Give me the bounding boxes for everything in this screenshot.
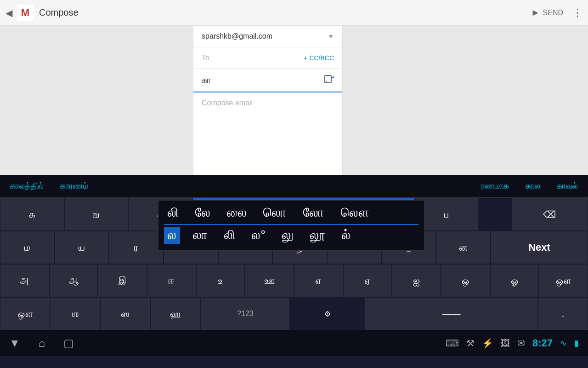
key-u[interactable]: உ: [196, 264, 245, 297]
popup-char-loo[interactable]: லோ: [300, 204, 328, 221]
battery-icon: ▮: [574, 338, 579, 348]
key-ha[interactable]: ஹ: [150, 297, 200, 330]
popup-char-li2[interactable]: லி: [220, 227, 239, 244]
key-uu[interactable]: ஊ: [245, 264, 294, 297]
key-ya[interactable]: ய: [55, 231, 109, 264]
popup-char-le[interactable]: லே: [192, 204, 214, 221]
from-email: sparshkb@gmail.com: [202, 32, 272, 40]
key-ai[interactable]: ஐ: [392, 264, 441, 297]
nav-home-icon[interactable]: ⌂: [39, 337, 45, 350]
key-a[interactable]: அ: [0, 264, 49, 297]
autocomplete-bar: காலத்தில் காரணம் ரணமாக கால காவல்: [0, 175, 588, 198]
popup-char-lu[interactable]: லு: [278, 227, 297, 244]
key-space-top: [479, 198, 511, 231]
popup-row-1: லி லே லை லொ லோ லௌ: [164, 204, 418, 221]
ac-word-1[interactable]: காலத்தில்: [2, 181, 52, 191]
status-right: ⌨ ⚒ ⚡ 🖼 ✉ 8:27 ∿ ▮: [446, 337, 579, 349]
suggestion-popup: லி லே லை லொ லோ லௌ ல லா லி ல° லு லூ ல்: [158, 200, 424, 251]
from-row: sparshkb@gmail.com ▼: [193, 26, 342, 47]
key-sa[interactable]: ஸ: [100, 297, 150, 330]
ac-word-5[interactable]: காவல்: [548, 181, 586, 191]
key-nga[interactable]: ங: [64, 198, 129, 231]
to-label: To: [202, 54, 304, 62]
send-arrow-icon: ►: [531, 7, 540, 18]
key-au[interactable]: ஔ: [539, 264, 588, 297]
popup-char-li[interactable]: லி: [164, 204, 182, 221]
next-key[interactable]: Next: [491, 231, 588, 264]
popup-char-laa[interactable]: லா: [189, 227, 211, 244]
send-button[interactable]: ► SEND: [528, 7, 563, 18]
key-ee[interactable]: ஏ: [343, 264, 392, 297]
num-key[interactable]: ?123: [201, 297, 290, 330]
keyboard-icon: ⌨: [446, 338, 459, 349]
popup-divider: [164, 224, 418, 225]
ac-word-2[interactable]: காரணம்: [52, 181, 96, 191]
more-options-icon[interactable]: ⋮: [572, 7, 582, 19]
keyboard-row-3: அ ஆ இ ஈ உ ஊ எ ஏ ஐ ஒ ஓ ஔ: [0, 264, 588, 297]
popup-char-lo[interactable]: லொ: [260, 204, 290, 221]
popup-row-2: ல லா லி ல° லு லூ ல்: [164, 227, 418, 244]
key-oo[interactable]: ஓ: [490, 264, 539, 297]
key-i[interactable]: இ: [98, 264, 147, 297]
key-au2[interactable]: ஔ: [0, 297, 50, 330]
topbar: ◀ M Compose ► SEND ⋮: [0, 0, 588, 26]
popup-char-la-selected[interactable]: ல: [164, 227, 180, 244]
subject-input[interactable]: [202, 75, 323, 85]
body-placeholder: Compose email: [202, 99, 253, 107]
compose-area-wrapper: sparshkb@gmail.com ▼ To + CC/BCC +: [0, 26, 588, 201]
gmail-logo: M: [17, 5, 34, 21]
page-title: Compose: [39, 7, 528, 18]
gmail-m-letter: M: [21, 7, 29, 19]
android-icon: ⚒: [466, 338, 475, 349]
key-ra[interactable]: ர: [109, 231, 164, 264]
mail-icon: ✉: [517, 338, 525, 349]
settings-icon-key[interactable]: ⚙: [290, 297, 365, 330]
back-arrow-icon[interactable]: ◀: [6, 7, 12, 18]
status-bar: ▼ ⌂ ▢ ⌨ ⚒ ⚡ 🖼 ✉ 8:27 ∿ ▮: [0, 330, 588, 356]
wifi-icon: ∿: [560, 338, 567, 348]
usb-icon: ⚡: [482, 338, 493, 349]
nav-back-icon[interactable]: ▼: [9, 337, 20, 350]
cc-bcc-button[interactable]: + CC/BCC: [304, 54, 334, 62]
space-key[interactable]: ——: [365, 297, 538, 330]
keyboard-row-4: ஔ ஶ ஸ ஹ ?123 ⚙ —— .: [0, 297, 588, 330]
send-label: SEND: [543, 9, 563, 17]
popup-char-lhal[interactable]: ல்: [338, 227, 354, 244]
svg-text:+: +: [325, 79, 328, 84]
body-row[interactable]: Compose email: [193, 92, 342, 120]
nav-buttons: ▼ ⌂ ▢: [9, 337, 74, 350]
period-key[interactable]: .: [538, 297, 588, 330]
keyboard-area: காலத்தில் காரணம் ரணமாக கால காவல் லி லே ல…: [0, 175, 588, 368]
nav-recents-icon[interactable]: ▢: [63, 337, 74, 350]
key-e[interactable]: எ: [294, 264, 343, 297]
subject-row[interactable]: +: [193, 69, 342, 92]
popup-char-luu[interactable]: லூ: [306, 227, 329, 244]
expand-arrow-icon[interactable]: ▼: [328, 33, 334, 40]
key-aa[interactable]: ஆ: [49, 264, 98, 297]
key-sha[interactable]: ஶ: [50, 297, 100, 330]
popup-char-ldeg[interactable]: ல°: [248, 227, 269, 244]
backspace-key[interactable]: ⌫: [511, 198, 588, 231]
attach-icon[interactable]: +: [323, 74, 334, 87]
to-row[interactable]: To + CC/BCC: [193, 47, 342, 69]
popup-char-lau[interactable]: லௌ: [337, 204, 373, 221]
status-time: 8:27: [532, 337, 553, 349]
popup-char-lai[interactable]: லை: [223, 204, 250, 221]
key-o[interactable]: ஒ: [441, 264, 490, 297]
key-ma[interactable]: ம: [0, 231, 55, 264]
key-na[interactable]: ன: [436, 231, 491, 264]
key-ii[interactable]: ஈ: [147, 264, 196, 297]
photo-icon: 🖼: [501, 338, 510, 349]
ac-word-4[interactable]: கால: [517, 181, 548, 191]
ac-word-3[interactable]: ரணமாக: [473, 181, 517, 191]
compose-form: sparshkb@gmail.com ▼ To + CC/BCC +: [193, 26, 343, 201]
key-ka[interactable]: க: [0, 198, 64, 231]
